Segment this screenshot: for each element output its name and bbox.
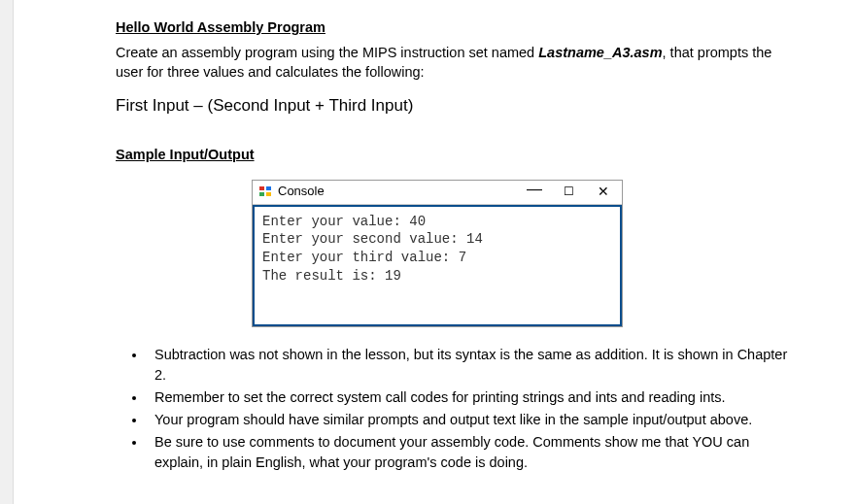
console-title-left: Console xyxy=(258,184,325,198)
minimize-icon[interactable]: — xyxy=(527,182,540,197)
filename-text: Lastname_A3.asm xyxy=(538,45,662,60)
console-line: Enter your third value: 7 xyxy=(262,249,612,267)
page-left-edge xyxy=(0,0,14,504)
close-icon[interactable]: ✕ xyxy=(597,185,610,198)
intro-text-pre: Create an assembly program using the MIP… xyxy=(116,45,538,60)
maximize-icon[interactable]: ☐ xyxy=(562,185,575,197)
svg-rect-1 xyxy=(266,186,271,190)
notes-list: Subtraction was not shown in the lesson,… xyxy=(120,345,798,473)
list-item: Remember to set the correct system call … xyxy=(147,387,798,408)
svg-rect-3 xyxy=(266,192,271,196)
document-page: Hello World Assembly Program Create an a… xyxy=(13,0,856,504)
console-body: Enter your value: 40 Enter your second v… xyxy=(253,205,622,327)
list-item: Subtraction was not shown in the lesson,… xyxy=(147,345,798,386)
console-line: The result is: 19 xyxy=(262,267,612,286)
list-item: Your program should have similar prompts… xyxy=(147,410,798,430)
sample-heading: Sample Input/Output xyxy=(116,147,798,162)
console-app-icon xyxy=(258,185,272,198)
console-title-text: Console xyxy=(278,184,325,198)
console-line: Enter your second value: 14 xyxy=(262,230,612,249)
formula-text: First Input – (Second Input + Third Inpu… xyxy=(116,96,798,116)
console-line: Enter your value: 40 xyxy=(262,213,612,231)
console-titlebar: Console — ☐ ✕ xyxy=(253,181,622,205)
intro-paragraph: Create an assembly program using the MIP… xyxy=(116,43,798,83)
window-controls: — ☐ ✕ xyxy=(527,184,616,199)
main-heading: Hello World Assembly Program xyxy=(116,19,798,35)
console-window: Console — ☐ ✕ Enter your value: 40 Enter… xyxy=(252,180,623,328)
list-item: Be sure to use comments to document your… xyxy=(147,432,798,473)
svg-rect-2 xyxy=(259,192,264,196)
svg-rect-0 xyxy=(259,186,264,190)
